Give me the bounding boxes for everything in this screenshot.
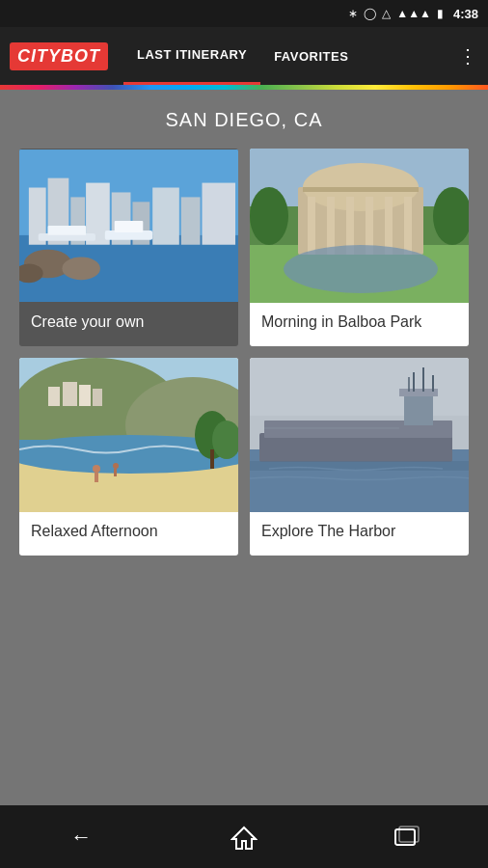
- svg-rect-23: [303, 187, 419, 192]
- wifi-icon: △: [382, 7, 391, 20]
- battery-icon: ▮: [437, 7, 444, 20]
- svg-rect-39: [93, 389, 102, 406]
- svg-rect-24: [308, 197, 315, 255]
- svg-rect-10: [202, 183, 235, 245]
- svg-rect-62: [250, 461, 469, 471]
- svg-point-31: [250, 187, 288, 245]
- svg-rect-28: [385, 197, 393, 255]
- svg-rect-14: [115, 221, 144, 232]
- more-options-icon[interactable]: ⋮: [458, 44, 478, 68]
- card-grid: Create your own: [19, 149, 469, 556]
- svg-rect-46: [114, 469, 117, 476]
- svg-rect-55: [404, 392, 433, 425]
- status-time: 4:38: [453, 7, 478, 21]
- svg-point-45: [113, 463, 119, 469]
- svg-rect-49: [210, 449, 214, 469]
- card-harbor-image: [250, 358, 469, 512]
- home-button[interactable]: [215, 818, 273, 856]
- svg-marker-63: [232, 827, 256, 849]
- svg-rect-37: [63, 382, 77, 406]
- svg-rect-44: [95, 473, 98, 482]
- svg-rect-9: [181, 197, 201, 244]
- svg-rect-25: [327, 197, 335, 255]
- city-title: SAN DIEGO, CA: [19, 109, 469, 131]
- svg-rect-12: [48, 226, 86, 235]
- nav-bar: CITYBOT LAST ITINERARY FAVORITES ⋮: [0, 27, 488, 85]
- nav-favorites[interactable]: FAVORITES: [260, 27, 362, 85]
- card-create-own[interactable]: Create your own: [19, 149, 238, 346]
- alarm-icon: ◯: [364, 7, 376, 20]
- svg-point-16: [62, 258, 99, 281]
- svg-rect-8: [152, 188, 179, 245]
- svg-rect-36: [48, 387, 60, 406]
- recent-apps-button[interactable]: [378, 818, 436, 856]
- logo-box: CITYBOT: [10, 42, 108, 70]
- bluetooth-icon: ∗: [348, 7, 358, 20]
- status-bar: ∗ ◯ △ ▲▲▲ ▮ 4:38: [0, 0, 488, 27]
- svg-rect-29: [404, 197, 412, 255]
- logo[interactable]: CITYBOT: [10, 42, 108, 70]
- nav-links: LAST ITINERARY FAVORITES: [123, 27, 458, 85]
- card-beach-image: [19, 358, 238, 512]
- card-balboa[interactable]: Morning in Balboa Park: [250, 149, 469, 346]
- card-balboa-image: [250, 149, 469, 303]
- svg-point-43: [93, 465, 100, 473]
- bottom-nav: ←: [0, 805, 488, 868]
- card-create-image: [19, 149, 238, 303]
- card-harbor-label: Explore The Harbor: [250, 512, 469, 556]
- nav-last-itinerary[interactable]: LAST ITINERARY: [123, 27, 260, 85]
- back-button[interactable]: ←: [52, 818, 110, 856]
- svg-point-30: [284, 245, 438, 293]
- card-beach-label: Relaxed Afternoon: [19, 512, 238, 556]
- card-create-label: Create your own: [19, 303, 238, 346]
- svg-rect-38: [79, 385, 91, 406]
- card-beach[interactable]: Relaxed Afternoon: [19, 358, 238, 556]
- signal-icon: ▲▲▲: [396, 7, 431, 20]
- main-content: SAN DIEGO, CA: [0, 90, 488, 565]
- logo-text: CITYBOT: [17, 46, 100, 66]
- card-balboa-label: Morning in Balboa Park: [250, 303, 469, 346]
- card-harbor[interactable]: Explore The Harbor: [250, 358, 469, 556]
